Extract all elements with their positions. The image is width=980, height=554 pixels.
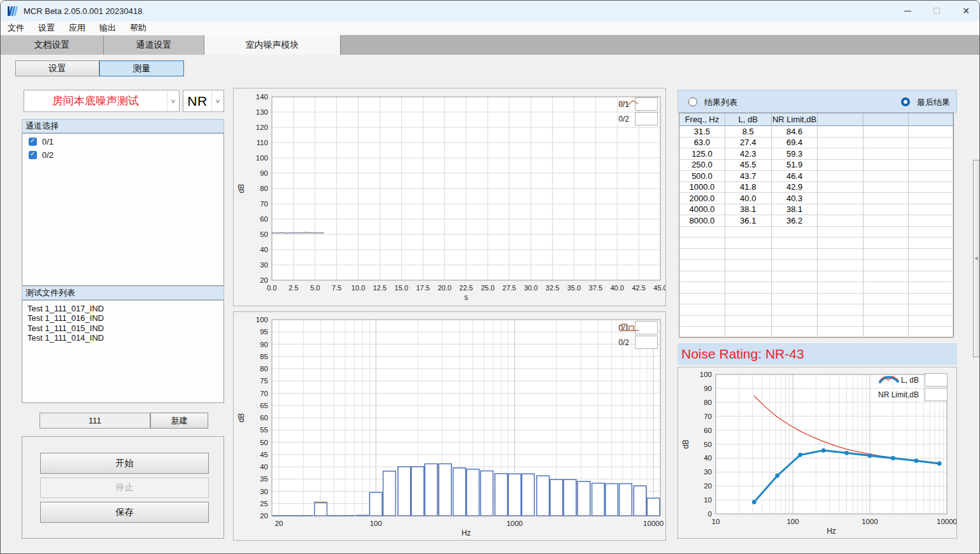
- table-cell: [909, 148, 953, 160]
- table-header-cell: [818, 113, 863, 126]
- table-cell: [772, 271, 818, 283]
- last-result-label: 最后结果: [917, 97, 950, 108]
- channel-item[interactable]: 0/2: [29, 149, 224, 160]
- table-row: 4000.038.138.1: [679, 204, 953, 216]
- table-cell: 38.1: [772, 204, 818, 216]
- table-cell: [818, 182, 863, 194]
- subtab-1[interactable]: 设置: [15, 60, 99, 76]
- menu-item-帮助[interactable]: 帮助: [123, 21, 153, 35]
- table-cell: [909, 238, 953, 249]
- table-row: [679, 282, 953, 294]
- table-header-row: Freq., HzL, dBNR Limit,dB: [679, 113, 953, 126]
- result-view-band: 结果列表 最后结果: [678, 90, 957, 113]
- legend-entry: NR Limit,dB: [878, 388, 948, 401]
- test-type-value: 房间本底噪声测试: [24, 90, 167, 111]
- svg-text:25: 25: [260, 500, 268, 508]
- list-item[interactable]: Test 1_111_016_IND: [27, 314, 224, 323]
- maximize-button[interactable]: [922, 1, 951, 21]
- table-cell: 40.3: [772, 193, 818, 204]
- save-button[interactable]: 保存: [40, 502, 209, 523]
- table-row: 500.043.746.4: [679, 171, 953, 182]
- minimize-button[interactable]: [893, 1, 922, 21]
- app-logo-icon: [8, 6, 18, 17]
- table-cell: [772, 260, 818, 271]
- channel-select-header: 通道选择: [22, 119, 224, 133]
- svg-text:12.5: 12.5: [373, 284, 387, 292]
- table-row: 250.045.551.9: [679, 160, 953, 171]
- last-result-radio[interactable]: [901, 97, 910, 106]
- result-list-radio[interactable]: [688, 97, 697, 106]
- table-cell: [863, 204, 909, 216]
- panel-expander-button[interactable]: <: [973, 160, 980, 357]
- table-row: [679, 238, 953, 249]
- table-cell: [818, 215, 863, 227]
- svg-text:90: 90: [260, 169, 268, 177]
- table-cell: [772, 238, 818, 249]
- menu-item-文件[interactable]: 文件: [1, 21, 31, 35]
- filename-input[interactable]: 111: [39, 413, 150, 429]
- svg-text:37.5: 37.5: [589, 284, 602, 292]
- table-cell: [818, 294, 863, 305]
- svg-text:120: 120: [256, 124, 268, 131]
- list-item[interactable]: Test 1_111_015_IND: [27, 324, 224, 333]
- table-cell: [679, 249, 725, 260]
- svg-text:40: 40: [260, 463, 268, 471]
- svg-text:140: 140: [256, 93, 268, 101]
- checkbox-checked-icon[interactable]: [29, 138, 37, 146]
- svg-text:Hz: Hz: [827, 527, 836, 536]
- table-cell: [818, 148, 863, 160]
- table-cell: 43.7: [725, 171, 772, 182]
- test-type-combobox[interactable]: 房间本底噪声测试 ˅: [24, 90, 180, 112]
- svg-text:30: 30: [704, 468, 712, 476]
- table-cell: [863, 327, 909, 338]
- table-cell: [909, 304, 953, 316]
- result-table: Freq., HzL, dBNR Limit,dB31.58.584.663.0…: [679, 113, 954, 337]
- svg-text:0: 0: [708, 510, 712, 518]
- table-cell: 42.3: [725, 148, 772, 160]
- channel-item[interactable]: 0/1: [29, 136, 224, 147]
- menu-item-应用[interactable]: 应用: [62, 21, 92, 35]
- svg-text:30.0: 30.0: [524, 284, 537, 292]
- new-button[interactable]: 新建: [150, 413, 208, 429]
- menu-item-设置[interactable]: 设置: [31, 21, 62, 35]
- svg-text:70: 70: [260, 200, 268, 208]
- tab-2[interactable]: 通道设置: [104, 35, 204, 55]
- svg-text:100: 100: [786, 518, 799, 525]
- table-cell: 250.0: [679, 160, 725, 171]
- svg-text:55: 55: [260, 426, 268, 434]
- table-cell: [863, 249, 909, 260]
- menu-item-输出[interactable]: 输出: [92, 21, 123, 35]
- table-cell: [863, 294, 909, 305]
- table-cell: 1000.0: [679, 182, 725, 194]
- svg-text:32.5: 32.5: [546, 284, 559, 292]
- table-cell: [725, 316, 772, 327]
- chevron-down-icon[interactable]: ˅: [211, 90, 224, 111]
- svg-text:60: 60: [260, 215, 268, 223]
- checkbox-checked-icon[interactable]: [29, 151, 37, 159]
- table-row: 2000.040.040.3: [679, 193, 953, 204]
- list-item[interactable]: Test 1_111_014_IND: [27, 334, 224, 343]
- tab-3[interactable]: 室内噪声模块: [204, 35, 341, 55]
- svg-text:100: 100: [700, 371, 712, 378]
- table-cell: 51.9: [772, 160, 818, 171]
- spectrum-chart: 2025303540455055606570758085909510020100…: [233, 311, 666, 541]
- svg-text:5.0: 5.0: [310, 284, 320, 292]
- stop-button[interactable]: 停止: [40, 478, 209, 498]
- table-row: [679, 249, 953, 260]
- table-cell: 42.9: [772, 182, 818, 194]
- table-row: [679, 227, 953, 238]
- start-button[interactable]: 开始: [40, 453, 209, 474]
- tab-1[interactable]: 文档设置: [1, 35, 104, 55]
- table-cell: 59.3: [772, 148, 818, 160]
- chevron-down-icon[interactable]: ˅: [167, 90, 179, 111]
- rating-standard-combobox[interactable]: NR ˅: [183, 90, 224, 112]
- legend-entry: 0/2: [618, 336, 658, 349]
- close-button[interactable]: ✕: [951, 1, 980, 21]
- table-cell: 31.5: [679, 126, 725, 138]
- table-cell: [909, 249, 953, 260]
- table-row: 8000.036.136.2: [679, 215, 953, 227]
- subtab-2[interactable]: 测量: [99, 60, 184, 76]
- list-item[interactable]: Test 1_111_017_IND: [27, 304, 224, 313]
- chart-legend: L, dBNR Limit,dB: [878, 373, 948, 401]
- table-cell: [818, 316, 863, 327]
